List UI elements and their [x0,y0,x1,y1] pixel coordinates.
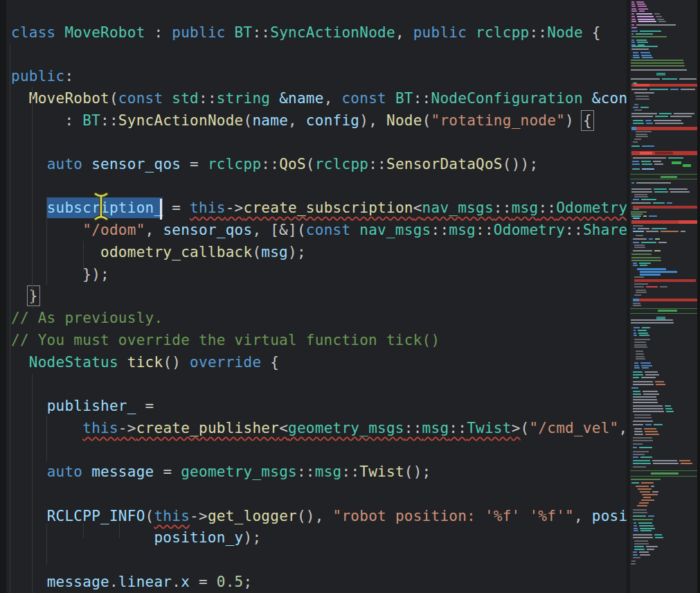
minimap-line [634,525,637,526]
minimap-line [633,157,666,159]
code-token: Node [547,24,583,41]
minimap-line [634,294,641,296]
minimap-line [633,460,650,461]
minimap-line [640,491,650,493]
code-line-25 [11,549,629,572]
minimap-line [631,3,635,5]
minimap-line [631,69,687,71]
minimap-region-label [661,176,677,178]
indent-guide [46,523,47,565]
minimap-line [634,194,647,195]
minimap-line [641,499,654,501]
minimap-line [633,55,639,56]
minimap-selection-block [637,268,666,270]
minimap-line [633,421,653,422]
code-line-20 [11,439,629,461]
minimap-line [636,292,647,293]
indent-guide [32,87,33,308]
minimap-line [633,231,644,232]
minimap-selection-block [640,271,677,273]
minimap-line [636,136,648,137]
code-token: QoS [279,156,306,172]
code-line-17 [11,373,629,396]
minimap-line [638,488,652,490]
indent-guide [83,241,84,272]
minimap-line [638,330,647,331]
code-token: auto [47,156,83,172]
minimap-line [654,191,668,193]
minimap-line [636,24,676,26]
minimap-line [631,42,635,43]
minimap-line [637,16,654,17]
minimap-line [641,242,656,243]
code-line-9: subscription_ = this->create_subscriptio… [11,197,629,220]
minimap-line [634,431,643,432]
minimap-line [645,431,658,432]
code-token: ( [145,508,154,524]
minimap-line [631,65,685,67]
minimap-line [633,374,643,375]
code-token: Odometry [556,200,627,216]
minimap-section-badge [656,317,665,319]
minimap-line [634,434,643,435]
minimap-line [634,109,642,111]
code-token [226,24,235,41]
minimap-line [655,123,683,124]
minimap-line [633,411,664,412]
code-token: :: [449,420,467,436]
minimap-line [633,209,639,210]
minimap-line [633,440,653,441]
minimap-line [636,486,649,487]
minimap-line [642,163,652,165]
minimap-line [631,8,636,10]
code-token: odometry_callback [100,244,252,260]
minimap-line [631,30,638,32]
minimap-line [631,182,634,184]
minimap-line [631,6,636,7]
bracket-match: } [29,287,38,304]
minimap-line [634,92,654,94]
code-token: ), [359,112,386,129]
minimap-line [681,231,685,232]
code-token: create_subscription [244,200,413,216]
minimap-error-bar-accent [631,127,636,130]
minimap-line [638,8,648,10]
minimap-line [641,199,656,200]
minimap-line [640,554,650,556]
minimap-line [633,405,663,407]
code-token [163,90,172,107]
code-token: :: [431,222,449,238]
minimap-line [637,3,645,5]
minimap-error-bar [634,279,696,282]
minimap-line [665,408,672,409]
minimap-line [645,374,659,375]
minimap-line [633,457,638,458]
code-line-21: auto message = geometry_msgs::msg::Twist… [11,461,629,484]
minimap-line [654,13,660,15]
minimap-line [656,384,665,385]
minimap-line [634,522,636,524]
minimap-line [633,377,639,378]
code-token [11,200,47,216]
code-token [82,156,91,172]
code-token: , [&]( [252,222,305,238]
minimap-line [634,330,636,331]
code-line-16: NodeStatus tick() override { [11,352,629,374]
code-token: const [306,222,351,238]
code-line-24: position_y); [11,527,629,549]
minimap[interactable] [630,0,697,593]
minimap-line [642,57,653,58]
minimap-line [633,123,644,124]
code-token: -> [226,200,244,216]
code-area[interactable]: class MoveRobot : public BT::SyncActionN… [0,0,629,593]
code-token: override [190,354,261,371]
minimap-line [631,19,636,20]
code-token: ); [288,244,306,260]
minimap-line [634,335,637,336]
code-token: rclcpp [208,156,261,172]
minimap-error-bar-accent [633,299,639,301]
code-token: ( [422,112,431,129]
minimap-line [640,528,655,529]
code-line-3: public: [11,66,629,88]
code-token: BT [395,90,413,107]
